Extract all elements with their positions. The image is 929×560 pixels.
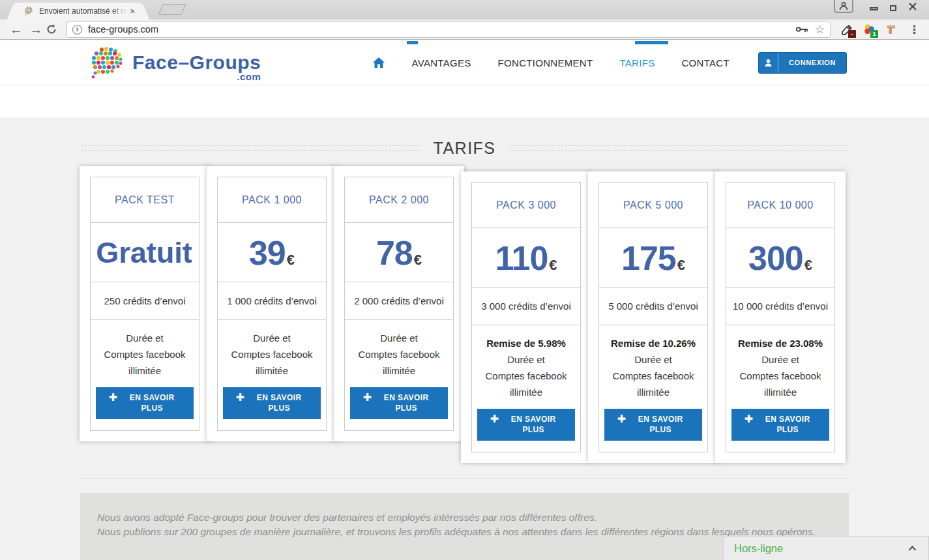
close-button[interactable] xyxy=(903,0,922,13)
reload-button[interactable] xyxy=(46,23,64,35)
plus-icon: ✚ xyxy=(109,392,117,403)
chat-widget[interactable]: Hors-ligne xyxy=(723,536,929,560)
nav-avantages[interactable]: AVANTAGES xyxy=(412,57,471,68)
plus-icon: ✚ xyxy=(490,414,499,424)
pricing-card-pack-10000: PACK 10 000 300€ 10 000 crédits d’envoi … xyxy=(715,171,846,463)
nav-contact[interactable]: CONTACT xyxy=(681,57,729,68)
pack-features: Durée et Comptes facebook illimitée ✚EN … xyxy=(345,320,453,430)
home-icon xyxy=(372,57,385,68)
euro-sign: € xyxy=(414,252,422,268)
profile-icon xyxy=(838,1,849,10)
nav-tarifs[interactable]: TARIFS xyxy=(619,57,655,68)
profile-button[interactable] xyxy=(834,0,853,13)
plus-icon: ✚ xyxy=(617,414,626,424)
pack-features: Remise de 23.08% Durée et Comptes facebo… xyxy=(726,325,834,452)
pack-name: PACK 1 000 xyxy=(218,177,326,223)
minimize-button[interactable] xyxy=(864,0,883,13)
forward-button[interactable]: → xyxy=(26,22,46,37)
browser-titlebar: Envoient automatisé et re ✕ xyxy=(0,0,929,20)
page-info-icon[interactable]: i xyxy=(72,25,82,35)
pack-discount: Remise de 10.26% xyxy=(604,335,703,351)
pack-price: 39€ xyxy=(218,223,326,282)
pack-features: Durée et Comptes facebook illimitée ✚EN … xyxy=(218,320,326,430)
pricing-card-pack-test: PACK TEST Gratuit 250 crédits d’envoi Du… xyxy=(80,166,210,441)
learn-more-button[interactable]: ✚EN SAVOIR PLUS xyxy=(604,409,702,441)
section-divider xyxy=(80,478,849,479)
new-tab-button[interactable] xyxy=(158,4,186,15)
address-bar[interactable]: i face-groups.com ☆ xyxy=(66,22,831,38)
plus-icon: ✚ xyxy=(363,392,372,403)
pack-discount: Remise de 5.98% xyxy=(477,335,576,351)
learn-more-button[interactable]: ✚EN SAVOIR PLUS xyxy=(477,409,575,441)
site-header: Face–Groups .com AVANTAGES FONCTIONNEMEN… xyxy=(0,40,929,85)
header-spacer xyxy=(0,85,929,117)
pack-credits: 10 000 crédits d’envoi xyxy=(726,287,834,325)
back-button[interactable]: ← xyxy=(7,22,26,37)
testimonial-line-2: Nous publions sur 200 groupes de manière… xyxy=(97,525,829,539)
home-active-indicator xyxy=(407,41,418,44)
learn-more-button[interactable]: ✚EN SAVOIR PLUS xyxy=(96,387,194,419)
dashed-line-right xyxy=(509,145,848,151)
plus-icon: ✚ xyxy=(745,414,753,424)
nav-fonctionnement[interactable]: FONCTIONNEMENT xyxy=(498,57,593,68)
main-nav: AVANTAGES FONCTIONNEMENT TARIFS CONTACT … xyxy=(372,52,847,74)
euro-sign: € xyxy=(804,257,812,273)
pack-price: 300€ xyxy=(726,228,834,287)
user-icon xyxy=(759,53,778,73)
pricing-cards: PACK TEST Gratuit 250 crédits d’envoi Du… xyxy=(80,166,929,463)
pack-credits: 5 000 crédits d’envoi xyxy=(599,287,707,325)
pack-credits: 1 000 crédits d’envoi xyxy=(218,282,326,320)
close-icon xyxy=(908,2,917,11)
learn-more-button[interactable]: ✚EN SAVOIR PLUS xyxy=(223,387,321,419)
connexion-button[interactable]: CONNEXION xyxy=(758,52,847,74)
minimize-icon xyxy=(870,7,878,10)
site-logo[interactable]: Face–Groups .com xyxy=(87,44,261,81)
pack-features: Durée et Comptes facebook illimitée ✚EN … xyxy=(91,320,199,430)
pack-price: 110€ xyxy=(472,228,580,287)
tab-close-icon[interactable]: ✕ xyxy=(130,7,136,16)
pack-name: PACK 3 000 xyxy=(472,183,580,228)
pipe-extension-icon[interactable] xyxy=(884,22,898,37)
eyedropper-badge: - xyxy=(848,30,856,38)
palette-badge: 1 xyxy=(870,30,878,38)
connexion-label: CONNEXION xyxy=(778,53,846,73)
dashed-line-left xyxy=(81,145,420,151)
site-favicon-icon xyxy=(23,6,35,16)
testimonial-line-1: Nous avons adopté Face-groups pour trouv… xyxy=(97,510,829,525)
pack-price: 78€ xyxy=(345,223,453,282)
nav-home[interactable] xyxy=(372,57,385,68)
password-key-icon[interactable] xyxy=(795,25,808,33)
euro-sign: € xyxy=(549,257,557,273)
pack-name: PACK 2 000 xyxy=(345,177,453,223)
bookmark-star-icon[interactable]: ☆ xyxy=(815,23,825,37)
pack-name: PACK 5 000 xyxy=(599,183,707,228)
pricing-card-pack-3000: PACK 3 000 110€ 3 000 crédits d’envoi Re… xyxy=(461,171,591,463)
tab-title: Envoient automatisé et re xyxy=(39,7,127,16)
browser-toolbar: ← → i face-groups.com ☆ - xyxy=(0,20,929,40)
pricing-card-pack-1000: PACK 1 000 39€ 1 000 crédits d’envoi Dur… xyxy=(207,166,337,441)
browser-window: { "browser": { "tab_title": "Envoient au… xyxy=(0,0,929,560)
euro-sign: € xyxy=(677,257,685,273)
restore-icon xyxy=(890,5,896,11)
extensions-area: - 1 ⋮ xyxy=(836,22,922,37)
eyedropper-extension-icon[interactable]: - xyxy=(840,22,854,37)
browser-tab[interactable]: Envoient automatisé et re ✕ xyxy=(17,3,140,20)
pack-credits: 3 000 crédits d’envoi xyxy=(472,287,580,325)
url-text[interactable]: face-groups.com xyxy=(88,24,795,35)
learn-more-button[interactable]: ✚EN SAVOIR PLUS xyxy=(731,409,829,441)
chevron-up-icon[interactable] xyxy=(908,546,917,551)
euro-sign: € xyxy=(287,252,295,268)
color-palette-extension-icon[interactable]: 1 xyxy=(862,22,876,37)
pack-features: Remise de 5.98% Durée et Comptes faceboo… xyxy=(472,325,580,452)
pricing-card-pack-2000: PACK 2 000 78€ 2 000 crédits d’envoi Dur… xyxy=(334,166,464,441)
pack-discount: Remise de 23.08% xyxy=(731,335,830,351)
pack-name: PACK TEST xyxy=(91,177,199,223)
page-content: Face–Groups .com AVANTAGES FONCTIONNEMEN… xyxy=(0,40,929,560)
brand-bubble-icon xyxy=(87,44,127,81)
window-controls xyxy=(834,0,922,13)
restore-button[interactable] xyxy=(883,0,903,13)
learn-more-button[interactable]: ✚EN SAVOIR PLUS xyxy=(350,387,448,419)
pricing-card-pack-5000: PACK 5 000 175€ 5 000 crédits d’envoi Re… xyxy=(588,171,718,463)
brand-suffix: .com xyxy=(237,71,261,82)
chrome-menu-icon[interactable]: ⋮ xyxy=(909,23,920,37)
